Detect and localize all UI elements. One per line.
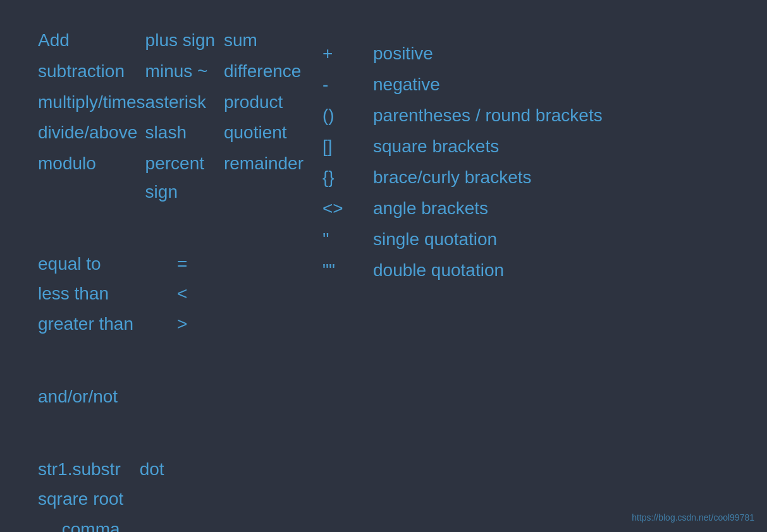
- sym-1: -: [322, 69, 373, 100]
- op-col2-row4: slash: [145, 118, 224, 148]
- comp-label-2: greater than: [38, 309, 164, 339]
- symbol-row-6: '' single quotation: [322, 224, 729, 255]
- op-col2-row3: asterisk: [145, 87, 224, 118]
- logical-section: and/or/not: [38, 387, 304, 407]
- sym-0: +: [322, 38, 373, 69]
- misc-col1-2: ,: [38, 514, 43, 532]
- operations-table: Add plus sign sum subtraction minus ~ di…: [38, 25, 304, 208]
- sym-desc-1: negative: [373, 69, 729, 100]
- op-col1-row3: multiply/times: [38, 87, 145, 118]
- op-col1-row4: divide/above: [38, 118, 145, 148]
- misc-row-0: str1.substr dot: [38, 454, 304, 485]
- misc-col2-2: comma: [62, 514, 120, 532]
- op-col1-row1: Add: [38, 25, 145, 56]
- op-col2-row5: percent sign: [145, 148, 224, 208]
- misc-row-1: sqrare root: [38, 484, 304, 514]
- misc-col2-0: dot: [140, 454, 164, 485]
- op-col2-row1: plus sign: [145, 25, 224, 56]
- comp-label-1: less than: [38, 279, 164, 309]
- op-col3-row1: sum: [224, 25, 304, 56]
- comp-symbol-0: =: [177, 249, 187, 279]
- op-col3-row3: product: [224, 87, 304, 118]
- sym-desc-5: angle brackets: [373, 193, 729, 224]
- op-col1-row5: modulo: [38, 148, 145, 208]
- op-col3-row4: quotient: [224, 118, 304, 148]
- comp-label-0: equal to: [38, 249, 164, 279]
- misc-col1-0: str1.substr: [38, 454, 121, 485]
- misc-section: str1.substr dot sqrare root , comma: [38, 454, 304, 532]
- symbol-row-0: + positive: [322, 38, 729, 69]
- op-col2-row2: minus ~: [145, 56, 224, 87]
- sym-5: <>: [322, 193, 373, 224]
- sym-desc-0: positive: [373, 38, 729, 69]
- right-column: + positive - negative () parentheses / r…: [304, 25, 729, 507]
- sym-desc-3: square brackets: [373, 131, 729, 162]
- sym-7: "": [322, 255, 373, 286]
- symbols-section: + positive - negative () parentheses / r…: [322, 38, 729, 286]
- symbol-row-1: - negative: [322, 69, 729, 100]
- symbol-row-5: <> angle brackets: [322, 193, 729, 224]
- symbol-row-3: [] square brackets: [322, 131, 729, 162]
- sym-desc-6: single quotation: [373, 224, 729, 255]
- op-col3-row5: remainder: [224, 148, 304, 208]
- misc-row-2: , comma: [38, 514, 304, 532]
- sym-2: (): [322, 100, 373, 131]
- comp-symbol-1: <: [177, 279, 187, 309]
- watermark: https://blog.csdn.net/cool99781: [632, 512, 754, 523]
- op-col1-row2: subtraction: [38, 56, 145, 87]
- misc-col1-1: sqrare root: [38, 484, 123, 514]
- left-column: Add plus sign sum subtraction minus ~ di…: [38, 25, 304, 507]
- symbol-row-7: "" double quotation: [322, 255, 729, 286]
- sym-4: {}: [322, 162, 373, 193]
- sym-desc-7: double quotation: [373, 255, 729, 286]
- comp-symbol-2: >: [177, 309, 187, 339]
- sym-6: '': [322, 224, 373, 255]
- comparison-row-1: less than <: [38, 279, 304, 309]
- comparison-section: equal to = less than < greater than >: [38, 249, 304, 339]
- op-col3-row2: difference: [224, 56, 304, 87]
- sym-desc-2: parentheses / round brackets: [373, 100, 729, 131]
- logical-label: and/or/not: [38, 387, 118, 406]
- sym-3: []: [322, 131, 373, 162]
- comparison-row-2: greater than >: [38, 309, 304, 339]
- symbol-row-4: {} brace/curly brackets: [322, 162, 729, 193]
- symbol-row-2: () parentheses / round brackets: [322, 100, 729, 131]
- sym-desc-4: brace/curly brackets: [373, 162, 729, 193]
- comparison-row-0: equal to =: [38, 249, 304, 279]
- main-content: Add plus sign sum subtraction minus ~ di…: [0, 0, 767, 532]
